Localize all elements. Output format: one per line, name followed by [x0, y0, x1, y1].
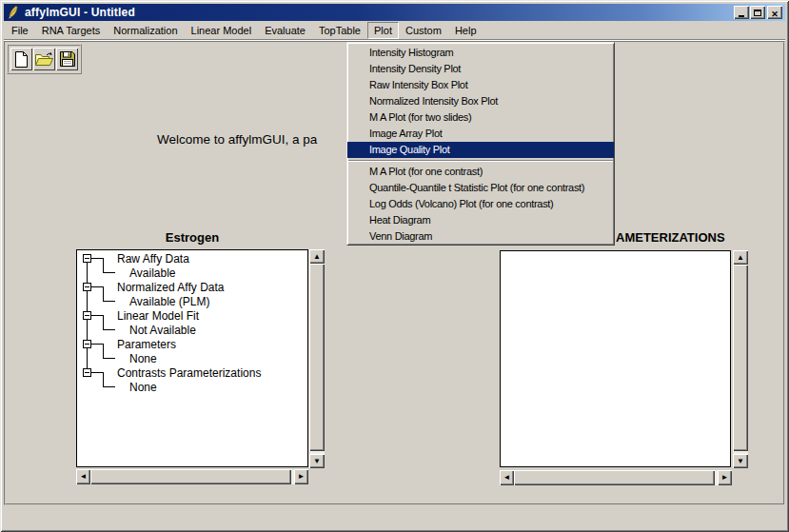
- tree-line: [103, 286, 104, 302]
- minimize-button[interactable]: [734, 6, 749, 19]
- collapse-minus-icon[interactable]: [83, 311, 91, 320]
- scroll-left-icon[interactable]: [500, 470, 514, 485]
- tree-line: [91, 286, 103, 287]
- new-file-button[interactable]: [10, 48, 32, 70]
- menu-custom[interactable]: Custom: [399, 22, 448, 39]
- close-button[interactable]: [767, 6, 782, 19]
- scroll-up-icon[interactable]: [733, 250, 748, 265]
- tree-line: [103, 272, 115, 273]
- scroll-down-icon[interactable]: [733, 454, 748, 468]
- menu-item-intensity-histogram[interactable]: Intensity Histogram: [347, 45, 614, 61]
- tree-line: [87, 320, 88, 340]
- tree-item-label[interactable]: Contrasts Parameterizations: [117, 366, 261, 381]
- menu-item-log-odds-volcano-plot[interactable]: Log Odds (Volcano) Plot (for one contras…: [347, 196, 614, 212]
- tree-line: [103, 358, 115, 359]
- scrollbar-thumb[interactable]: [309, 264, 325, 451]
- new-document-icon: [14, 51, 29, 68]
- app-feather-icon: [7, 6, 20, 19]
- tree-line: [91, 315, 103, 316]
- left-panel-title: Estrogen: [76, 230, 308, 245]
- tree-item-status[interactable]: Available: [129, 266, 175, 281]
- collapse-minus-icon[interactable]: [83, 254, 91, 263]
- collapse-minus-icon[interactable]: [83, 368, 91, 377]
- tree-item-label[interactable]: Linear Model Fit: [117, 309, 199, 324]
- maximize-button[interactable]: [750, 6, 765, 19]
- tree-node-linear-model-fit[interactable]: Linear Model Fit Not Available: [79, 309, 307, 338]
- scroll-left-icon[interactable]: [76, 469, 90, 484]
- tree-line: [91, 344, 103, 345]
- collapse-minus-icon[interactable]: [83, 340, 91, 348]
- menu-item-intensity-density-plot[interactable]: Intensity Density Plot: [347, 61, 614, 77]
- tree-node-raw-affy-data[interactable]: Raw Affy Data Available: [79, 252, 307, 281]
- tree-line: [103, 344, 104, 359]
- close-icon: [771, 4, 779, 21]
- menu-evaluate[interactable]: Evaluate: [258, 22, 312, 39]
- title-bar[interactable]: affylmGUI - Untitled: [4, 4, 785, 21]
- right-panel-title: AMETERIZATIONS: [616, 230, 725, 245]
- left-horizontal-scrollbar[interactable]: [76, 469, 308, 484]
- tree-line: [103, 258, 104, 273]
- tree-line: [87, 263, 88, 283]
- contrasts-listbox[interactable]: [500, 250, 731, 467]
- scroll-right-icon[interactable]: [718, 470, 732, 485]
- toolbar: [7, 44, 82, 74]
- collapse-minus-icon[interactable]: [83, 283, 91, 291]
- menu-item-ma-plot-one-contrast[interactable]: M A Plot (for one contrast): [347, 164, 614, 180]
- tree-node-parameters[interactable]: Parameters None: [79, 338, 307, 366]
- menu-help[interactable]: Help: [448, 22, 483, 39]
- menu-rna-targets[interactable]: RNA Targets: [35, 22, 108, 39]
- tree-item-status[interactable]: Not Available: [129, 324, 196, 338]
- menu-item-normalized-intensity-box-plot[interactable]: Normalized Intensity Box Plot: [347, 93, 614, 109]
- tree-item-status[interactable]: None: [129, 352, 157, 366]
- window-title: affylmGUI - Untitled: [25, 6, 135, 19]
- menu-normalization[interactable]: Normalization: [107, 22, 184, 39]
- tree-line: [91, 372, 103, 373]
- tree-line: [91, 258, 103, 259]
- tree-line: [87, 348, 88, 368]
- tree-item-status[interactable]: None: [129, 381, 157, 395]
- menu-item-raw-intensity-box-plot[interactable]: Raw Intensity Box Plot: [347, 77, 614, 93]
- scrollbar-thumb[interactable]: [733, 265, 748, 451]
- tree-line: [103, 315, 104, 330]
- welcome-text: Welcome to affylmGUI, a pa: [157, 132, 317, 147]
- scroll-down-icon[interactable]: [309, 454, 325, 468]
- menu-item-heat-diagram[interactable]: Heat Diagram: [347, 212, 614, 228]
- tree-node-normalized-affy-data[interactable]: Normalized Affy Data Available (PLM): [79, 281, 307, 309]
- menu-linear-model[interactable]: Linear Model: [185, 22, 259, 39]
- dataset-tree-listbox[interactable]: Raw Affy Data Available Normalized Affy …: [76, 249, 308, 467]
- menu-bar: File RNA Targets Normalization Linear Mo…: [4, 21, 785, 40]
- left-vertical-scrollbar[interactable]: [309, 249, 325, 468]
- menu-item-image-array-plot[interactable]: Image Array Plot: [347, 126, 614, 142]
- open-folder-icon: [35, 52, 53, 67]
- menu-file[interactable]: File: [5, 22, 35, 39]
- menu-item-qq-t-statistic-plot[interactable]: Quantile-Quantile t Statistic Plot (for …: [347, 180, 614, 196]
- menu-plot[interactable]: Plot: [367, 22, 399, 39]
- tree-item-label[interactable]: Normalized Affy Data: [117, 281, 225, 295]
- tree-line: [87, 291, 88, 311]
- tree-line: [103, 301, 115, 302]
- save-file-button[interactable]: [56, 48, 78, 70]
- plot-dropdown-menu: Intensity Histogram Intensity Density Pl…: [346, 42, 615, 246]
- save-floppy-icon: [60, 51, 75, 67]
- tree-item-label[interactable]: Parameters: [117, 338, 176, 352]
- tree-line: [103, 372, 104, 387]
- right-horizontal-scrollbar[interactable]: [500, 470, 732, 485]
- minimize-icon: [739, 15, 744, 17]
- scrollbar-thumb[interactable]: [90, 469, 291, 484]
- tree-node-contrasts-parameterizations[interactable]: Contrasts Parameterizations None: [79, 366, 307, 395]
- maximize-icon: [754, 10, 761, 16]
- menu-separator: [348, 160, 613, 162]
- scroll-right-icon[interactable]: [294, 469, 308, 484]
- open-file-button[interactable]: [33, 48, 55, 70]
- scroll-up-icon[interactable]: [309, 249, 325, 264]
- menu-toptable[interactable]: TopTable: [312, 22, 367, 39]
- tree-item-label[interactable]: Raw Affy Data: [117, 252, 189, 266]
- menu-item-venn-diagram[interactable]: Venn Diagram: [347, 228, 614, 245]
- menu-item-image-quality-plot[interactable]: Image Quality Plot: [347, 142, 614, 158]
- tree-line: [103, 386, 115, 387]
- dataset-tree: Raw Affy Data Available Normalized Affy …: [77, 250, 307, 395]
- tree-item-status[interactable]: Available (PLM): [129, 295, 209, 309]
- right-vertical-scrollbar[interactable]: [733, 250, 748, 468]
- scrollbar-thumb[interactable]: [514, 470, 715, 485]
- menu-item-ma-plot-two-slides[interactable]: M A Plot (for two slides): [347, 109, 614, 126]
